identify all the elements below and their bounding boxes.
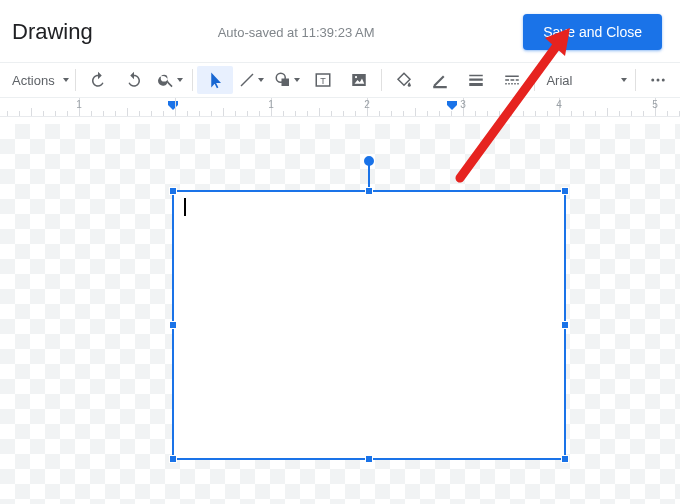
line-dash-button[interactable] — [494, 66, 530, 94]
svg-rect-4 — [352, 74, 366, 86]
select-tool[interactable] — [197, 66, 233, 94]
svg-point-21 — [657, 79, 660, 82]
resize-handle-ne[interactable] — [561, 187, 569, 195]
chevron-down-icon — [294, 78, 300, 82]
chevron-down-icon — [621, 78, 627, 82]
fill-color-icon — [395, 71, 413, 89]
separator — [381, 69, 382, 91]
chevron-down-icon — [258, 78, 264, 82]
rotation-handle[interactable] — [364, 156, 374, 166]
redo-button[interactable] — [116, 66, 152, 94]
separator — [635, 69, 636, 91]
actions-label: Actions — [6, 73, 61, 88]
font-name-label: Arial — [546, 73, 572, 88]
resize-handle-sw[interactable] — [169, 455, 177, 463]
svg-rect-8 — [469, 75, 483, 77]
right-indent-marker[interactable] — [447, 99, 457, 107]
actions-menu[interactable]: Actions — [4, 66, 71, 94]
svg-rect-13 — [510, 79, 514, 81]
svg-rect-1 — [281, 79, 289, 87]
undo-icon — [89, 71, 107, 89]
text-cursor — [184, 198, 186, 216]
font-family-dropdown[interactable]: Arial — [538, 73, 631, 88]
svg-rect-16 — [508, 83, 510, 85]
resize-handle-s[interactable] — [365, 455, 373, 463]
svg-rect-18 — [514, 83, 516, 85]
drawing-canvas[interactable] — [0, 124, 680, 504]
undo-button[interactable] — [80, 66, 116, 94]
image-button[interactable] — [341, 66, 377, 94]
svg-point-6 — [354, 76, 356, 78]
left-indent-marker[interactable] — [168, 99, 178, 107]
resize-handle-w[interactable] — [169, 321, 177, 329]
resize-handle-n[interactable] — [365, 187, 373, 195]
svg-rect-14 — [515, 79, 518, 81]
svg-rect-11 — [505, 76, 519, 78]
resize-handle-e[interactable] — [561, 321, 569, 329]
resize-handle-nw[interactable] — [169, 187, 177, 195]
svg-text:T: T — [320, 76, 326, 86]
textbox-icon: T — [314, 71, 332, 89]
line-color-icon — [431, 71, 449, 89]
separator — [75, 69, 76, 91]
zoom-icon — [157, 71, 175, 89]
more-button[interactable] — [640, 66, 676, 94]
shape-tool[interactable] — [269, 66, 305, 94]
chevron-down-icon — [63, 78, 69, 82]
line-color-button[interactable] — [422, 66, 458, 94]
drawing-toolbar: Actions T — [4, 66, 676, 94]
selected-text-box[interactable] — [172, 190, 566, 460]
chevron-down-icon — [177, 78, 183, 82]
separator — [534, 69, 535, 91]
separator — [192, 69, 193, 91]
zoom-dropdown[interactable] — [152, 66, 188, 94]
line-weight-icon — [467, 71, 485, 89]
image-icon — [350, 71, 368, 89]
save-and-close-button[interactable]: Save and Close — [523, 14, 662, 50]
svg-rect-12 — [505, 79, 509, 81]
svg-marker-24 — [447, 101, 457, 110]
svg-point-20 — [651, 79, 654, 82]
svg-rect-19 — [517, 83, 519, 85]
textbox-tool[interactable]: T — [305, 66, 341, 94]
line-weight-button[interactable] — [458, 66, 494, 94]
select-icon — [206, 71, 224, 89]
dialog-title: Drawing — [12, 19, 93, 45]
line-icon — [238, 71, 256, 89]
line-tool[interactable] — [233, 66, 269, 94]
svg-rect-7 — [433, 86, 447, 88]
svg-rect-10 — [469, 83, 483, 86]
svg-rect-17 — [511, 83, 513, 85]
svg-rect-9 — [469, 79, 483, 81]
svg-marker-23 — [168, 101, 178, 110]
more-icon — [649, 71, 667, 89]
autosave-status: Auto-saved at 11:39:23 AM — [218, 25, 523, 40]
svg-rect-15 — [505, 83, 507, 85]
horizontal-ruler: 2112345 — [0, 98, 680, 117]
svg-point-22 — [662, 79, 665, 82]
redo-icon — [125, 71, 143, 89]
fill-color-button[interactable] — [386, 66, 422, 94]
resize-handle-se[interactable] — [561, 455, 569, 463]
line-dash-icon — [503, 71, 521, 89]
shape-icon — [274, 71, 292, 89]
